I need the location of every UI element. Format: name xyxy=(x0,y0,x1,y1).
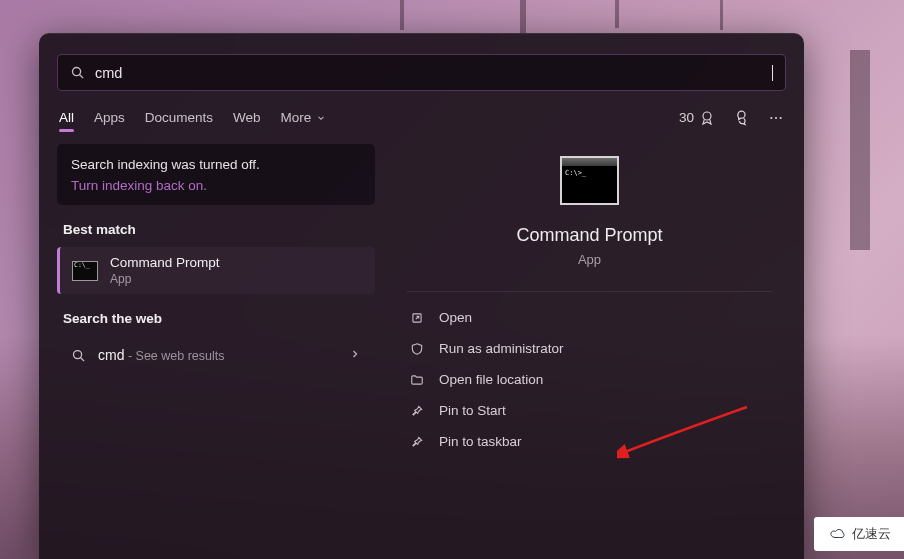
chevron-right-icon xyxy=(349,346,361,364)
open-icon xyxy=(409,311,425,325)
pin-icon xyxy=(409,404,425,418)
action-label: Run as administrator xyxy=(439,341,564,356)
action-pin-to-taskbar[interactable]: Pin to taskbar xyxy=(403,426,776,457)
chevron-down-icon xyxy=(316,113,326,123)
wallpaper-detail xyxy=(520,0,526,33)
ellipsis-icon xyxy=(768,110,784,126)
svg-line-7 xyxy=(81,357,84,360)
rewards-badge-icon xyxy=(699,110,715,126)
preview-title: Command Prompt xyxy=(516,225,662,246)
tab-more-label: More xyxy=(281,110,312,125)
account-chat-button[interactable] xyxy=(733,109,750,126)
web-query: cmd xyxy=(98,347,124,363)
search-icon xyxy=(70,65,85,80)
action-pin-to-start[interactable]: Pin to Start xyxy=(403,395,776,426)
notice-link[interactable]: Turn indexing back on. xyxy=(71,178,361,193)
svg-point-2 xyxy=(703,112,711,120)
chat-bubbles-icon xyxy=(733,109,750,126)
watermark: 亿速云 xyxy=(814,517,904,551)
pin-icon xyxy=(409,435,425,449)
divider xyxy=(407,291,772,292)
svg-point-0 xyxy=(73,68,81,76)
action-label: Open file location xyxy=(439,372,543,387)
more-options-button[interactable] xyxy=(768,110,784,126)
filter-tabs: All Apps Documents Web More 30 xyxy=(57,109,786,136)
svg-line-1 xyxy=(80,75,83,78)
search-web-heading: Search the web xyxy=(63,311,375,326)
search-icon xyxy=(71,348,86,363)
svg-point-4 xyxy=(775,116,777,118)
results-column: Search indexing was turned off. Turn ind… xyxy=(57,144,375,461)
web-result[interactable]: cmd - See web results xyxy=(57,336,375,374)
shield-icon xyxy=(409,342,425,356)
web-suffix: - See web results xyxy=(124,349,224,363)
tab-more[interactable]: More xyxy=(281,110,327,135)
text-cursor xyxy=(772,65,773,81)
action-label: Open xyxy=(439,310,472,325)
wallpaper-detail xyxy=(400,0,404,30)
indexing-notice: Search indexing was turned off. Turn ind… xyxy=(57,144,375,205)
watermark-text: 亿速云 xyxy=(852,526,891,543)
svg-point-3 xyxy=(770,116,772,118)
search-input[interactable]: cmd xyxy=(95,65,762,81)
action-open[interactable]: Open xyxy=(403,302,776,333)
search-box[interactable]: cmd xyxy=(57,54,786,91)
folder-icon xyxy=(409,373,425,387)
wallpaper-detail xyxy=(720,0,723,30)
tab-documents[interactable]: Documents xyxy=(145,110,213,135)
search-panel: cmd All Apps Documents Web More 30 xyxy=(39,33,804,559)
tab-apps[interactable]: Apps xyxy=(94,110,125,135)
wallpaper-detail xyxy=(850,50,870,250)
action-label: Pin to Start xyxy=(439,403,506,418)
action-run-as-admin[interactable]: Run as administrator xyxy=(403,333,776,364)
preview-subtitle: App xyxy=(578,252,601,267)
best-match-heading: Best match xyxy=(63,222,375,237)
preview-actions: Open Run as administrator Open file loca… xyxy=(393,298,786,461)
cloud-icon xyxy=(828,527,848,541)
svg-point-5 xyxy=(780,116,782,118)
rewards-points: 30 xyxy=(679,110,694,125)
command-prompt-icon xyxy=(72,261,98,281)
result-subtitle: App xyxy=(110,272,220,286)
preview-column: Command Prompt App Open Run as administr… xyxy=(393,144,786,461)
result-title: Command Prompt xyxy=(110,255,220,270)
tab-all[interactable]: All xyxy=(59,110,74,135)
action-open-file-location[interactable]: Open file location xyxy=(403,364,776,395)
svg-point-6 xyxy=(74,350,82,358)
action-label: Pin to taskbar xyxy=(439,434,522,449)
rewards-button[interactable]: 30 xyxy=(679,110,715,126)
tab-web[interactable]: Web xyxy=(233,110,261,135)
wallpaper-detail xyxy=(615,0,619,28)
notice-message: Search indexing was turned off. xyxy=(71,157,361,172)
best-match-result[interactable]: Command Prompt App xyxy=(57,247,375,294)
preview-app-icon xyxy=(560,156,619,205)
